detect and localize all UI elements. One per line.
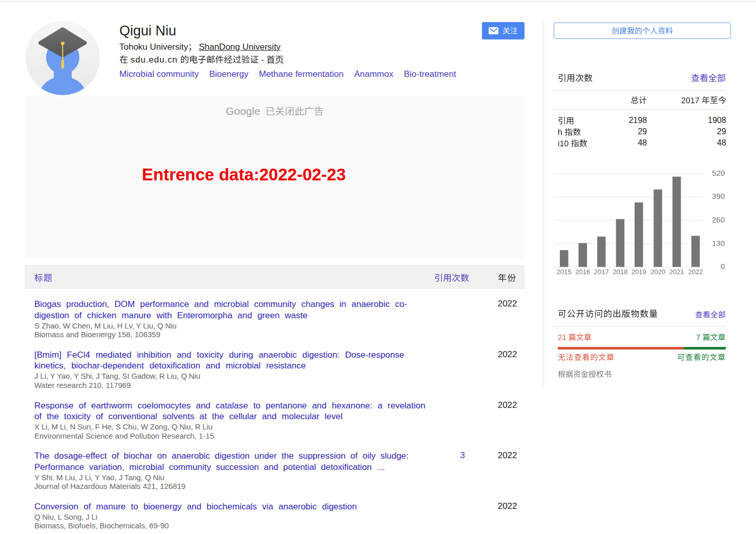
svg-text:2019: 2019 [632, 268, 646, 276]
svg-text:130: 130 [712, 239, 725, 248]
svg-text:2016: 2016 [575, 268, 590, 276]
svg-text:390: 390 [712, 192, 725, 200]
svg-text:2020: 2020 [650, 268, 665, 276]
svg-text:260: 260 [712, 215, 725, 224]
svg-text:2017: 2017 [594, 268, 609, 276]
svg-text:2021: 2021 [669, 268, 684, 276]
svg-text:2018: 2018 [613, 268, 627, 276]
svg-text:2022: 2022 [688, 268, 703, 276]
svg-text:520: 520 [712, 169, 725, 177]
svg-text:0: 0 [721, 262, 725, 271]
svg-text:2015: 2015 [557, 268, 572, 276]
